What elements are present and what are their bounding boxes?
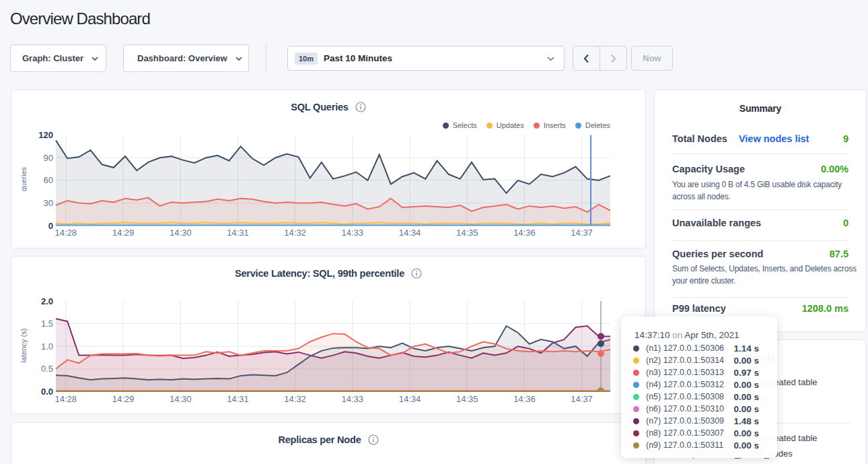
- svg-text:1.5: 1.5: [41, 319, 53, 329]
- svg-text:14:29: 14:29: [112, 228, 135, 238]
- svg-text:queries: queries: [20, 166, 28, 191]
- svg-text:14:34: 14:34: [399, 228, 421, 238]
- svg-text:14:30: 14:30: [170, 228, 192, 238]
- svg-text:120: 120: [38, 130, 53, 140]
- svg-text:14:28: 14:28: [55, 394, 77, 404]
- svg-text:14:36: 14:36: [513, 394, 536, 404]
- svg-text:14:37: 14:37: [571, 394, 593, 404]
- svg-text:14:37: 14:37: [571, 228, 593, 238]
- svg-text:14:32: 14:32: [284, 228, 306, 238]
- svg-text:14:35: 14:35: [456, 394, 478, 404]
- svg-text:14:36: 14:36: [513, 228, 536, 238]
- svg-text:30: 30: [44, 198, 53, 208]
- svg-text:1.0: 1.0: [41, 341, 53, 352]
- svg-text:14:32: 14:32: [284, 394, 306, 404]
- svg-text:14:33: 14:33: [342, 228, 364, 238]
- svg-text:0.0: 0.0: [41, 387, 53, 397]
- svg-text:14:31: 14:31: [227, 394, 249, 404]
- svg-text:14:28: 14:28: [55, 228, 77, 238]
- svg-text:0.5: 0.5: [41, 364, 53, 374]
- svg-text:14:35: 14:35: [456, 228, 478, 238]
- svg-text:latency (s): latency (s): [20, 329, 28, 363]
- svg-text:2.0: 2.0: [41, 296, 53, 306]
- svg-text:14:30: 14:30: [170, 394, 192, 404]
- svg-text:14:34: 14:34: [399, 394, 421, 404]
- svg-text:60: 60: [44, 175, 53, 185]
- svg-text:14:33: 14:33: [342, 394, 364, 404]
- svg-text:0: 0: [48, 221, 53, 231]
- svg-text:90: 90: [44, 153, 53, 163]
- svg-text:14:29: 14:29: [112, 394, 135, 404]
- svg-text:14:31: 14:31: [227, 228, 249, 238]
